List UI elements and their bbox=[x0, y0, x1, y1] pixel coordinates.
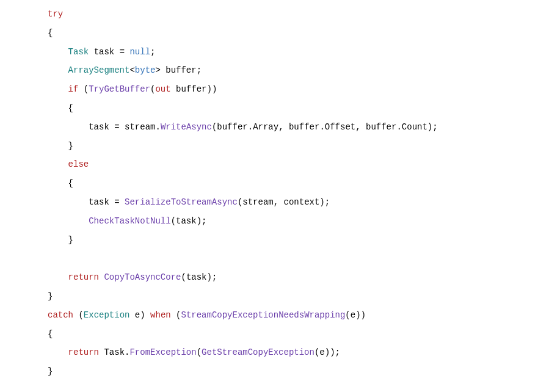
prop-offset: Offset bbox=[325, 122, 355, 132]
code-line: { bbox=[48, 325, 549, 344]
method-getstreamcopyexception: GetStreamCopyException bbox=[202, 347, 314, 357]
keyword-catch: catch bbox=[48, 310, 73, 320]
code-line: if (TryGetBuffer(out buffer)) bbox=[48, 80, 549, 99]
var-buffer: buffer bbox=[165, 65, 196, 75]
type-task: Task bbox=[68, 47, 89, 57]
code-line: } bbox=[48, 287, 549, 306]
code-line: return Task.FromException(GetStreamCopyE… bbox=[48, 343, 549, 362]
type-byte: byte bbox=[135, 65, 156, 75]
type-exception: Exception bbox=[84, 310, 130, 320]
code-line: task = stream.WriteAsync(buffer.Array, b… bbox=[48, 118, 549, 137]
code-line: else bbox=[48, 155, 549, 174]
method-checktasknotnull: CheckTaskNotNull bbox=[89, 216, 170, 226]
code-line bbox=[48, 249, 549, 268]
keyword-try: try bbox=[48, 9, 63, 19]
code-line: { bbox=[48, 24, 549, 43]
code-line: } bbox=[48, 137, 549, 156]
var-task: task bbox=[94, 47, 115, 57]
code-snippet: try{ Task task = null; ArraySegment<byte… bbox=[0, 5, 549, 381]
code-line: ArraySegment<byte> buffer; bbox=[48, 61, 549, 80]
method-streamcopyexceptionneedswrapping: StreamCopyExceptionNeedsWrapping bbox=[181, 310, 346, 320]
keyword-else: else bbox=[68, 159, 89, 169]
brace-open: { bbox=[48, 28, 53, 38]
code-line: return CopyToAsyncCore(task); bbox=[48, 268, 549, 287]
method-serializetostreamasync: SerializeToStreamAsync bbox=[125, 197, 238, 207]
code-line: catch (Exception e) when (StreamCopyExce… bbox=[48, 306, 549, 325]
var-stream: stream bbox=[125, 122, 155, 132]
method-fromexception: FromException bbox=[129, 347, 196, 357]
method-writeasync: WriteAsync bbox=[161, 122, 212, 132]
var-e: e bbox=[135, 310, 140, 320]
keyword-if: if bbox=[68, 84, 79, 94]
code-line: task = SerializeToStreamAsync(stream, co… bbox=[48, 193, 549, 212]
keyword-return: return bbox=[68, 272, 99, 282]
code-line: { bbox=[48, 99, 549, 118]
code-line: CheckTaskNotNull(task); bbox=[48, 212, 549, 231]
method-copytoasynccore: CopyToAsyncCore bbox=[104, 272, 181, 282]
prop-count: Count bbox=[402, 122, 427, 132]
type-arraysegment: ArraySegment bbox=[68, 65, 130, 75]
code-line: Task task = null; bbox=[48, 43, 549, 62]
code-line: } bbox=[48, 231, 549, 250]
keyword-out: out bbox=[155, 84, 170, 94]
code-line: try bbox=[48, 5, 549, 24]
code-line: { bbox=[48, 174, 549, 193]
var-context: context bbox=[284, 197, 320, 207]
method-trygetbuffer: TryGetBuffer bbox=[89, 84, 150, 94]
prop-array: Array bbox=[253, 122, 278, 132]
keyword-null: null bbox=[129, 47, 150, 57]
code-line: } bbox=[48, 362, 549, 381]
keyword-when: when bbox=[150, 310, 171, 320]
